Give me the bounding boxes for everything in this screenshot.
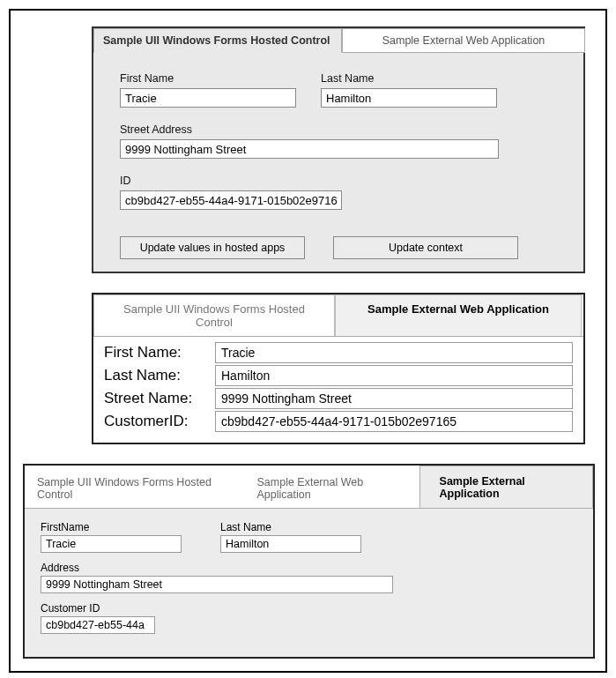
panel2-body: First Name: Last Name: Street Name: Cust… xyxy=(93,337,583,443)
p3-customer-id-field: Customer ID xyxy=(41,602,577,634)
p3-first-name-label: FirstName xyxy=(41,521,182,533)
panel1-body: First Name Last Name Street Address ID U… xyxy=(93,53,583,272)
external-web-app-panel: Sample UII Windows Forms Hosted Control … xyxy=(92,293,585,444)
input-first-name[interactable] xyxy=(215,342,573,363)
tab-external-web-3[interactable]: Sample External Web Application xyxy=(244,467,419,508)
p3-address-field: Address xyxy=(41,562,577,593)
p3-address-label: Address xyxy=(41,562,577,574)
last-name-input[interactable] xyxy=(321,88,497,108)
street-address-input[interactable] xyxy=(120,139,499,159)
tab-external-web-app[interactable]: Sample External Web Application xyxy=(342,28,585,53)
input-last-name[interactable] xyxy=(215,365,573,386)
tab-external-app-3[interactable]: Sample External Application xyxy=(419,466,593,508)
outer-container: Sample UII Windows Forms Hosted Control … xyxy=(9,9,607,673)
panel3-body: FirstName Last Name Address Customer ID xyxy=(25,508,593,657)
tab-winforms-2[interactable]: Sample UII Windows Forms Hosted Control xyxy=(93,294,335,336)
first-name-field: First Name xyxy=(120,72,296,108)
label-street-name: Street Name: xyxy=(104,388,215,409)
label-customer-id: CustomerID: xyxy=(104,411,215,432)
id-input[interactable] xyxy=(120,190,342,210)
panel1-tabstrip: Sample UII Windows Forms Hosted Control … xyxy=(93,28,583,53)
external-application-panel: Sample UII Windows Forms Hosted Control … xyxy=(23,464,595,659)
tab-winforms-hosted[interactable]: Sample UII Windows Forms Hosted Control xyxy=(93,28,342,53)
first-name-label: First Name xyxy=(120,72,296,85)
p3-customer-id-input[interactable] xyxy=(41,616,155,634)
p3-last-name-field: Last Name xyxy=(220,521,361,553)
id-label: ID xyxy=(120,175,557,187)
input-street-name[interactable] xyxy=(215,388,573,409)
p3-first-name-field: FirstName xyxy=(41,521,182,553)
p3-customer-id-label: Customer ID xyxy=(41,602,577,615)
input-customer-id[interactable] xyxy=(215,411,573,432)
update-hosted-apps-button[interactable]: Update values in hosted apps xyxy=(120,236,305,259)
row-customer-id: CustomerID: xyxy=(104,411,573,432)
p3-last-name-label: Last Name xyxy=(220,521,361,533)
id-field: ID xyxy=(120,175,557,210)
panel2-tabstrip: Sample UII Windows Forms Hosted Control … xyxy=(93,294,583,337)
last-name-label: Last Name xyxy=(321,72,497,85)
street-address-label: Street Address xyxy=(120,123,557,136)
last-name-field: Last Name xyxy=(321,72,497,108)
p3-last-name-input[interactable] xyxy=(220,535,361,553)
first-name-input[interactable] xyxy=(120,88,296,108)
panel3-tabstrip: Sample UII Windows Forms Hosted Control … xyxy=(25,466,593,508)
tab-winforms-3[interactable]: Sample UII Windows Forms Hosted Control xyxy=(25,467,244,508)
street-address-field: Street Address xyxy=(120,123,557,159)
tab-external-web-2[interactable]: Sample External Web Application xyxy=(335,294,582,336)
row-first-name: First Name: xyxy=(104,342,573,363)
label-first-name: First Name: xyxy=(104,342,215,363)
update-context-button[interactable]: Update context xyxy=(333,236,518,259)
p3-address-input[interactable] xyxy=(41,576,393,593)
row-last-name: Last Name: xyxy=(104,365,573,386)
row-street-name: Street Name: xyxy=(104,388,573,409)
winforms-hosted-control-panel: Sample UII Windows Forms Hosted Control … xyxy=(92,26,585,273)
p3-first-name-input[interactable] xyxy=(41,535,182,553)
label-last-name: Last Name: xyxy=(104,365,215,386)
